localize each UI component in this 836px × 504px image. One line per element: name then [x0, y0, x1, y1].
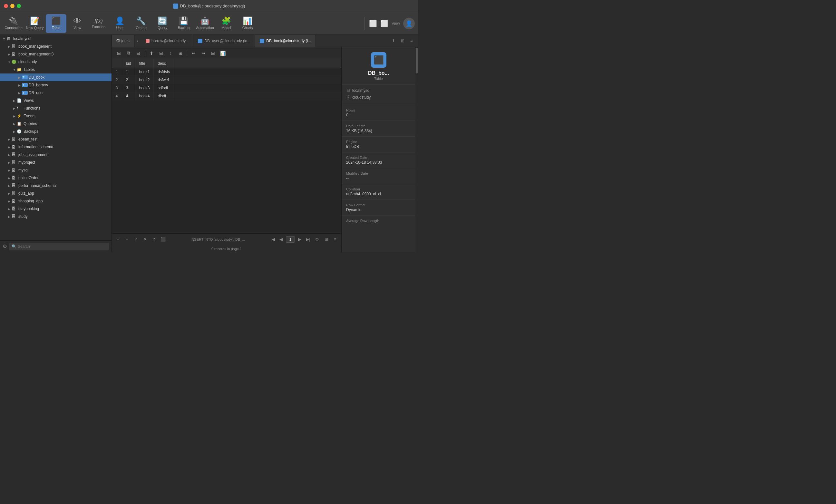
next-page-btn[interactable]: ▶: [296, 236, 303, 243]
tab-db-user[interactable]: DB_user@cloudstudy (lo...: [193, 35, 255, 47]
prev-page-btn[interactable]: ◀: [278, 236, 285, 243]
cell-bid[interactable]: 1: [122, 68, 135, 76]
remove-row-status-btn[interactable]: −: [124, 236, 131, 243]
add-row-status-btn[interactable]: +: [114, 236, 121, 243]
sidebar-item-jdbc-assignment[interactable]: ▶ 🗄 jdbc_assignment: [0, 151, 112, 158]
toolbar-backup[interactable]: 💾 Backup: [173, 14, 194, 33]
cell-desc[interactable]: dfsdf: [154, 92, 174, 100]
maximize-button[interactable]: [17, 4, 21, 8]
info-tab-btn[interactable]: ℹ: [390, 37, 397, 44]
cell-bid[interactable]: 4: [122, 92, 135, 100]
chart-btn[interactable]: 📊: [218, 49, 227, 57]
sidebar-item-online-order[interactable]: ▶ 🗄 onlineOrder: [0, 174, 112, 182]
sidebar-item-events[interactable]: ▶ ⚡ Events: [0, 112, 112, 120]
stop-btn[interactable]: ⬛: [159, 236, 167, 243]
last-page-btn[interactable]: ▶|: [305, 236, 312, 243]
filter-btn[interactable]: ⊟: [157, 49, 166, 57]
cell-title[interactable]: book4: [135, 92, 154, 100]
sidebar-item-shopping-app[interactable]: ▶ 🗄 shopping_app: [0, 197, 112, 205]
toolbar-view[interactable]: 👁 View: [67, 14, 88, 33]
toolbar-others[interactable]: 🔧 Others: [131, 14, 151, 33]
page-input[interactable]: [286, 236, 295, 243]
toolbar-user[interactable]: 👤 User: [110, 14, 130, 33]
tab-db-book[interactable]: DB_book@cloudstudy (l...: [255, 35, 316, 47]
close-button[interactable]: [4, 4, 8, 8]
refresh-btn[interactable]: ↺: [151, 236, 157, 243]
table-row[interactable]: 22book2dsfwef: [112, 76, 341, 84]
query2-btn[interactable]: ↪: [199, 49, 208, 57]
sidebar-item-performance-schema[interactable]: ▶ 🗄 performance_schema: [0, 182, 112, 190]
first-page-btn[interactable]: |◀: [269, 236, 276, 243]
settings-btn[interactable]: ⚙: [314, 236, 321, 243]
settings-icon[interactable]: ⚙: [3, 243, 7, 249]
sidebar-item-cloudstudy[interactable]: ▾ 🟢 cloudstudy: [0, 58, 112, 66]
sidebar-item-views[interactable]: ▶ 📄 Views: [0, 97, 112, 104]
delete-row-btn[interactable]: ⊟: [134, 49, 143, 57]
sidebar-item-mysql[interactable]: ▶ 🗄 mysql: [0, 166, 112, 174]
sidebar-item-functions[interactable]: ▶ f Functions: [0, 104, 112, 112]
toolbar-connection[interactable]: 🔌 Connection: [3, 14, 24, 33]
copy-row-btn[interactable]: ⧉: [124, 49, 133, 57]
sidebar-item-localmysql[interactable]: ▾ 🖥 localmysql: [0, 35, 112, 42]
window-title: DB_book@cloudstudy (localmysql): [173, 3, 245, 9]
sidebar-item-study[interactable]: ▶ 🗄 study: [0, 213, 112, 220]
toolbar-table[interactable]: ⬛ Table: [46, 14, 66, 33]
sidebar-item-ebean-test[interactable]: ▶ 🗄 ebean_test: [0, 135, 112, 143]
table-row[interactable]: 33book3sdfsdf: [112, 84, 341, 92]
toolbar-query[interactable]: 🔄 Query: [152, 14, 173, 33]
sidebar-item-book-management[interactable]: ▶ 🗄 book_management: [0, 42, 112, 50]
tab-prev[interactable]: ‹: [134, 38, 141, 44]
cell-desc[interactable]: sdfsdf: [154, 84, 174, 92]
sidebar-item-tables[interactable]: ▾ 📁 Tables: [0, 66, 112, 74]
sidebar-item-db-book[interactable]: ▶ T DB_book: [0, 74, 112, 81]
cell-desc[interactable]: dsfdsfs: [154, 68, 174, 76]
right-scrollbar[interactable]: [415, 47, 418, 252]
db-book-label: DB_book: [29, 75, 44, 80]
sidebar-item-backups[interactable]: ▶ 🕒 Backups: [0, 128, 112, 135]
tables-folder-icon: 📁: [17, 67, 22, 72]
table-row[interactable]: 11book1dsfdsfs: [112, 68, 341, 76]
tab-borrow[interactable]: borrow@cloudstudy...: [141, 35, 193, 47]
sidebar-item-myproject[interactable]: ▶ 🗄 myproject: [0, 158, 112, 166]
sidebar-item-staybooking[interactable]: ▶ 🗄 staybooking: [0, 205, 112, 213]
col-title: title: [135, 59, 154, 68]
sidebar-item-queries[interactable]: ▶ 📋 Queries: [0, 120, 112, 128]
grid-view-btn[interactable]: ⊞: [176, 49, 185, 57]
sort-btn[interactable]: ↕: [166, 49, 175, 57]
toolbar-new-query[interactable]: 📝 New Query: [24, 14, 45, 33]
sidebar-item-quiz-app[interactable]: ▶ 🗄 quiz_app: [0, 190, 112, 197]
toolbar-function[interactable]: f(x) Function: [88, 14, 109, 33]
import-btn[interactable]: ⬆: [147, 49, 156, 57]
toolbar-charts[interactable]: 📊 Charts: [237, 14, 258, 33]
search-box[interactable]: 🔍: [9, 243, 109, 250]
cell-title[interactable]: book3: [135, 84, 154, 92]
confirm-btn[interactable]: ✓: [132, 236, 139, 243]
cell-title[interactable]: book1: [135, 68, 154, 76]
export-btn[interactable]: ⊞: [209, 49, 217, 57]
grid-tab-btn[interactable]: ⊞: [399, 37, 406, 44]
sidebar-item-db-user[interactable]: ▶ T DB_user: [0, 89, 112, 97]
cell-bid[interactable]: 2: [122, 76, 135, 84]
user-avatar[interactable]: 👤: [403, 18, 415, 29]
right-scrollbar-thumb[interactable]: [416, 48, 418, 74]
search-input[interactable]: [18, 244, 106, 249]
cell-desc[interactable]: dsfwef: [154, 76, 174, 84]
cell-bid[interactable]: 3: [122, 84, 135, 92]
list-btn[interactable]: ≡: [331, 236, 339, 243]
toggle-panel-btn[interactable]: ⬜: [380, 20, 388, 27]
toggle-sidebar-btn[interactable]: ⬜: [369, 20, 377, 27]
query-btn[interactable]: ↩: [189, 49, 198, 57]
table-row[interactable]: 44book4dfsdf: [112, 92, 341, 100]
list-tab-btn[interactable]: ≡: [408, 37, 415, 44]
sidebar-item-db-borrow[interactable]: ▶ T DB_borrow: [0, 81, 112, 89]
sidebar-item-information-schema[interactable]: ▶ 🗄 information_schema: [0, 143, 112, 151]
cancel-btn[interactable]: ✕: [141, 236, 149, 243]
grid-btn[interactable]: ⊞: [323, 236, 330, 243]
minimize-button[interactable]: [10, 4, 15, 8]
tab-objects[interactable]: Objects: [112, 35, 134, 47]
toolbar-automation[interactable]: 🤖 Automation: [195, 14, 215, 33]
add-row-btn[interactable]: ⊞: [114, 49, 124, 57]
cell-title[interactable]: book2: [135, 76, 154, 84]
sidebar-item-book-management3[interactable]: ▶ 🗄 book_management3: [0, 50, 112, 58]
toolbar-model[interactable]: 🧩 Model: [216, 14, 236, 33]
